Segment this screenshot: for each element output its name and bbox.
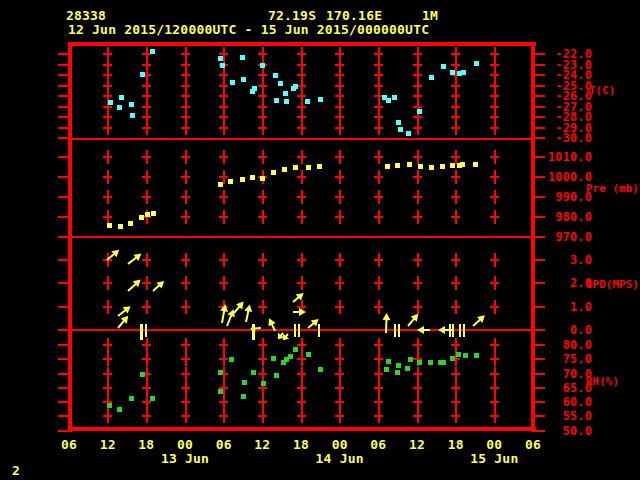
grid-plus-mark <box>297 409 306 423</box>
relative_humidity-point <box>384 367 389 372</box>
pressure-point <box>282 167 287 172</box>
temperature-point <box>417 109 422 114</box>
calm-wind-mark <box>145 324 147 337</box>
pressure-point <box>260 176 265 181</box>
grid-plus-mark <box>258 352 267 366</box>
calm-wind-mark <box>452 324 454 337</box>
grid-plus-mark <box>490 409 499 423</box>
panel-divider-pressure-wind <box>68 236 535 238</box>
grid-plus-mark <box>374 170 383 184</box>
grid-plus-mark <box>258 409 267 423</box>
grid-plus-mark <box>374 395 383 409</box>
pressure-tick-label: 970.0 <box>545 230 592 244</box>
hour-label: 12 <box>409 437 425 452</box>
grid-plus-mark <box>258 150 267 164</box>
right-axis-tick <box>531 127 545 129</box>
right-axis-tick <box>531 358 545 360</box>
left-axis-tick <box>58 387 72 389</box>
grid-plus-mark <box>142 276 151 290</box>
left-axis-tick <box>58 259 72 261</box>
grid-plus-mark <box>181 276 190 290</box>
grid-plus-mark <box>335 381 344 395</box>
right-axis-tick <box>531 236 545 238</box>
pressure-point <box>107 223 112 228</box>
grid-plus-mark <box>335 338 344 352</box>
grid-plus-mark <box>181 352 190 366</box>
left-axis-tick <box>58 64 72 66</box>
grid-plus-mark <box>181 409 190 423</box>
right-axis-tick <box>531 53 545 55</box>
relative_humidity-point <box>107 403 112 408</box>
grid-plus-mark <box>297 367 306 381</box>
hour-label: 18 <box>293 437 309 452</box>
hour-label: 00 <box>332 437 348 452</box>
temperature-point <box>274 98 279 103</box>
grid-plus-mark <box>297 170 306 184</box>
grid-plus-mark <box>413 338 422 352</box>
right-axis-tick <box>531 344 545 346</box>
relative_humidity-point <box>251 370 256 375</box>
left-axis-tick <box>58 176 72 178</box>
grid-plus-mark <box>413 121 422 135</box>
calm-wind-mark <box>252 324 255 340</box>
grid-plus-mark <box>181 367 190 381</box>
meteogram-screen: 28338 72.19S 170.16E 1M 12 Jun 2015/1200… <box>0 0 640 480</box>
pressure-tick-label: 1000.0 <box>545 170 592 184</box>
relative_humidity-point <box>441 360 446 365</box>
grid-plus-mark <box>181 190 190 204</box>
temperature-point <box>130 113 135 118</box>
wind-arrow-head <box>383 313 391 320</box>
wind-arrow <box>246 304 250 322</box>
temperature-point <box>474 61 479 66</box>
wind-unit-label: SPD(MPS) <box>586 278 639 291</box>
left-axis-tick <box>58 373 72 375</box>
pressure-point <box>118 224 123 229</box>
hour-label: 12 <box>100 437 116 452</box>
left-axis-tick <box>58 329 72 331</box>
grid-plus-mark <box>490 352 499 366</box>
calm-wind-mark <box>318 324 320 337</box>
grid-plus-mark <box>335 352 344 366</box>
grid-plus-mark <box>142 170 151 184</box>
grid-plus-mark <box>413 381 422 395</box>
right-axis-tick <box>531 156 545 158</box>
grid-plus-mark <box>335 210 344 224</box>
grid-plus-mark <box>297 150 306 164</box>
temperature-point <box>241 77 246 82</box>
relative_humidity-point <box>463 353 468 358</box>
grid-plus-mark <box>181 300 190 314</box>
grid-plus-mark <box>490 367 499 381</box>
grid-plus-mark <box>297 121 306 135</box>
wind-arrow-head <box>245 304 254 313</box>
pressure-point <box>271 170 276 175</box>
temperature-point <box>392 95 397 100</box>
relative_humidity-point <box>318 367 323 372</box>
temperature-point <box>318 97 323 102</box>
grid-plus-mark <box>219 253 228 267</box>
wind-arrow <box>128 279 141 290</box>
relative_humidity-point <box>450 356 455 361</box>
temperature-point <box>283 91 288 96</box>
temperature-point <box>230 80 235 85</box>
grid-plus-mark <box>219 395 228 409</box>
pressure-point <box>240 177 245 182</box>
grid-plus-mark <box>258 367 267 381</box>
grid-plus-mark <box>142 381 151 395</box>
humidity-tick-label: 60.0 <box>545 395 592 409</box>
grid-plus-mark <box>103 190 112 204</box>
panel-divider-temp-pressure <box>68 138 535 140</box>
pressure-point <box>250 175 255 180</box>
right-axis-tick <box>531 64 545 66</box>
grid-plus-mark <box>258 190 267 204</box>
grid-plus-mark <box>181 170 190 184</box>
relative_humidity-point <box>306 352 311 357</box>
grid-plus-mark <box>374 150 383 164</box>
hour-label: 18 <box>138 437 154 452</box>
left-axis-tick <box>58 430 72 432</box>
right-axis-tick <box>531 196 545 198</box>
grid-plus-mark <box>374 253 383 267</box>
grid-plus-mark <box>490 253 499 267</box>
relative_humidity-point <box>271 356 276 361</box>
grid-plus-mark <box>142 300 151 314</box>
relative_humidity-point <box>242 380 247 385</box>
